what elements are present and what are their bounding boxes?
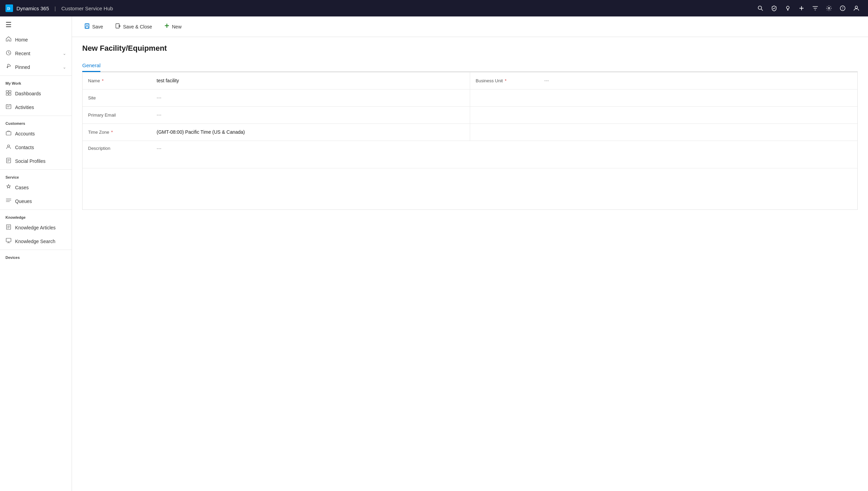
form-right-empty xyxy=(470,89,857,106)
sidebar-item-label: Social Profiles xyxy=(15,158,46,164)
sidebar-item-accounts[interactable]: Accounts xyxy=(0,127,72,141)
save-close-button[interactable]: Save & Close xyxy=(110,20,157,33)
sidebar-item-knowledge-articles[interactable]: Knowledge Articles xyxy=(0,221,72,235)
new-label: New xyxy=(172,24,182,29)
sidebar-item-label: Knowledge Search xyxy=(15,239,56,244)
svg-point-10 xyxy=(828,8,830,9)
sidebar-item-social-profiles[interactable]: Social Profiles xyxy=(0,154,72,168)
help-icon[interactable]: ? xyxy=(836,2,849,14)
cases-icon xyxy=(5,184,12,191)
recent-icon xyxy=(5,50,12,57)
user-icon[interactable] xyxy=(850,2,863,14)
svg-point-21 xyxy=(8,145,10,147)
tab-general[interactable]: General xyxy=(82,60,100,72)
sidebar-item-label: Contacts xyxy=(15,145,34,150)
sidebar-item-queues[interactable]: Queues xyxy=(0,194,72,208)
name-value[interactable]: test facility xyxy=(151,74,470,88)
email-label: Primary Email xyxy=(83,108,151,122)
sidebar-item-recent[interactable]: Recent ⌄ xyxy=(0,47,72,60)
knowledge-section-title: Knowledge xyxy=(0,211,72,221)
sidebar-item-activities[interactable]: Activities xyxy=(0,100,72,114)
activities-icon xyxy=(5,104,12,111)
save-button[interactable]: Save xyxy=(79,20,108,33)
timezone-value[interactable]: (GMT-08:00) Pacific Time (US & Canada) xyxy=(151,125,470,139)
form-row-timezone: Time Zone * (GMT-08:00) Pacific Time (US… xyxy=(83,124,857,141)
filter-icon[interactable] xyxy=(809,2,821,14)
sidebar-item-label: Pinned xyxy=(15,64,30,70)
home-icon xyxy=(5,36,12,43)
contacts-icon xyxy=(5,144,12,151)
name-label: Name * xyxy=(83,74,151,87)
knowledge-search-icon xyxy=(5,238,12,245)
service-section-title: Service xyxy=(0,171,72,181)
svg-rect-24 xyxy=(6,238,11,242)
form-right-empty3 xyxy=(470,124,857,141)
businessunit-value[interactable]: --- xyxy=(539,74,857,88)
form-left-site: Site --- xyxy=(83,89,470,106)
sidebar-item-label: Queues xyxy=(15,199,32,204)
page-body: New Facility/Equipment General Name * te… xyxy=(72,37,868,217)
sidebar-item-label: Cases xyxy=(15,185,29,190)
sidebar-item-knowledge-search[interactable]: Knowledge Search xyxy=(0,235,72,248)
module-name: Customer Service Hub xyxy=(61,5,113,11)
sidebar-item-home[interactable]: Home xyxy=(0,33,72,47)
queues-icon xyxy=(5,198,12,205)
sidebar-toggle[interactable]: ☰ xyxy=(0,16,72,33)
main-content: Save Save & Close New New Facility/Equip… xyxy=(72,16,868,491)
app-container: ☰ Home Recent ⌄ Pinned ⌄ My Work xyxy=(0,16,868,491)
site-label: Site xyxy=(83,91,151,105)
form-spacer xyxy=(83,168,857,209)
svg-point-2 xyxy=(758,6,762,10)
sidebar-item-label: Recent xyxy=(15,51,30,56)
form-row-email: Primary Email --- xyxy=(83,107,857,124)
plus-icon[interactable] xyxy=(795,2,808,14)
form-row-name-businessunit: Name * test facility Business Unit * --- xyxy=(83,72,857,89)
settings-icon[interactable] xyxy=(823,2,835,14)
sidebar-item-contacts[interactable]: Contacts xyxy=(0,141,72,154)
description-value[interactable]: --- xyxy=(151,141,470,156)
knowledge-articles-icon xyxy=(5,224,12,231)
svg-rect-19 xyxy=(6,105,11,109)
svg-rect-15 xyxy=(6,91,8,93)
svg-rect-18 xyxy=(9,93,11,95)
customers-section-title: Customers xyxy=(0,117,72,127)
svg-point-4 xyxy=(786,6,789,9)
form-left-description: Description --- xyxy=(83,141,470,156)
search-icon[interactable] xyxy=(754,2,767,14)
dashboards-icon xyxy=(5,90,12,97)
shield-icon[interactable] xyxy=(768,2,780,14)
save-close-icon xyxy=(115,23,121,31)
new-button[interactable]: New xyxy=(159,20,187,33)
save-close-label: Save & Close xyxy=(123,24,152,29)
save-icon xyxy=(84,23,90,31)
toolbar: Save Save & Close New xyxy=(72,16,868,37)
svg-text:?: ? xyxy=(842,6,844,10)
chevron-down-icon: ⌄ xyxy=(63,51,66,56)
bulb-icon[interactable] xyxy=(782,2,794,14)
description-label: Description xyxy=(83,141,151,155)
accounts-icon xyxy=(5,130,12,137)
social-profiles-icon xyxy=(5,158,12,165)
form-right-businessunit: Business Unit * --- xyxy=(470,72,857,89)
site-value[interactable]: --- xyxy=(151,91,470,105)
top-navigation: D Dynamics 365 | Customer Service Hub ? xyxy=(0,0,868,16)
sidebar-item-pinned[interactable]: Pinned ⌄ xyxy=(0,60,72,74)
sidebar-item-label: Dashboards xyxy=(15,91,41,96)
form-tabs: General xyxy=(82,60,858,72)
form-card: Name * test facility Business Unit * --- xyxy=(82,72,858,210)
sidebar-item-dashboards[interactable]: Dashboards xyxy=(0,87,72,100)
form-right-empty2 xyxy=(470,107,857,123)
form-row-site: Site --- xyxy=(83,89,857,107)
page-title: New Facility/Equipment xyxy=(82,44,858,53)
email-value[interactable]: --- xyxy=(151,108,470,122)
sidebar-item-label: Activities xyxy=(15,105,34,110)
save-label: Save xyxy=(92,24,103,29)
svg-point-13 xyxy=(855,6,858,9)
svg-rect-28 xyxy=(86,26,88,28)
svg-text:D: D xyxy=(7,6,10,11)
form-left-email: Primary Email --- xyxy=(83,107,470,123)
brand: D Dynamics 365 | Customer Service Hub xyxy=(5,4,113,12)
businessunit-label: Business Unit * xyxy=(470,74,539,87)
sidebar-item-label: Accounts xyxy=(15,131,35,136)
sidebar-item-cases[interactable]: Cases xyxy=(0,181,72,194)
